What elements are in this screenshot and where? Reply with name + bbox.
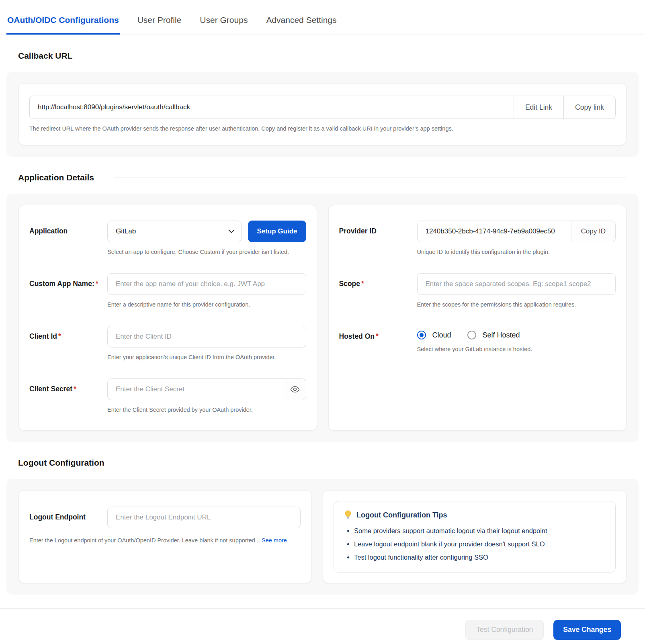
tab-user-profile[interactable]: User Profile: [137, 14, 182, 35]
scope-help-text: Enter the scopes for the permissions thi…: [417, 301, 616, 309]
logout-tips-list: Some providers support automatic logout …: [344, 526, 605, 562]
application-select[interactable]: GitLab: [107, 221, 242, 242]
tab-advanced-settings[interactable]: Advanced Settings: [265, 14, 337, 35]
client-secret-field: Client Secret* Enter the Client Secret p…: [29, 378, 306, 414]
client-secret-input[interactable]: [107, 378, 284, 400]
footer-action-bar: Test Configuration Save Changes: [0, 608, 645, 644]
toggle-secret-visibility-button[interactable]: [284, 378, 306, 400]
radio-self-hosted[interactable]: Self Hosted: [467, 331, 520, 339]
client-id-field: Client Id* Enter your application’s uniq…: [29, 326, 306, 362]
section-divider: [114, 178, 626, 178]
radio-cloud-label: Cloud: [432, 331, 451, 339]
application-label: Application: [29, 221, 107, 256]
logout-tips-title-row: Logout Configuration Tips: [344, 510, 605, 520]
application-details-panel: Application GitLab Setup Guide Select an…: [6, 194, 639, 442]
logout-tip-item: Test logout functionality after configur…: [354, 553, 605, 562]
radio-circle-icon: [417, 331, 426, 339]
custom-app-name-input[interactable]: [107, 273, 306, 295]
scope-input[interactable]: [417, 273, 616, 295]
chevron-down-icon: [228, 229, 235, 233]
tab-user-groups[interactable]: User Groups: [199, 14, 248, 35]
callback-url-section-header: Callback URL: [18, 51, 626, 61]
setup-guide-button[interactable]: Setup Guide: [248, 221, 306, 242]
required-asterisk: *: [376, 332, 379, 340]
callback-url-card: Edit Link Copy link The redirect URL whe…: [18, 83, 627, 145]
section-divider: [92, 56, 626, 56]
edit-link-button[interactable]: Edit Link: [514, 96, 564, 119]
copy-link-button[interactable]: Copy link: [564, 96, 616, 119]
client-id-label: Client Id*: [29, 326, 107, 362]
client-secret-label: Client Secret*: [29, 378, 107, 414]
logout-endpoint-label: Logout Endpoint: [29, 507, 107, 528]
logout-tips-title: Logout Configuration Tips: [356, 511, 447, 519]
callback-url-title: Callback URL: [18, 51, 72, 61]
logout-tip-item: Leave logout endpoint blank if your prov…: [354, 540, 605, 549]
hosted-on-label: Hosted On*: [339, 326, 417, 354]
required-asterisk: *: [361, 280, 364, 288]
required-asterisk: *: [74, 385, 76, 393]
copy-provider-id-button[interactable]: Copy ID: [571, 221, 616, 242]
scope-field: Scope* Enter the scopes for the permissi…: [339, 273, 616, 309]
radio-cloud[interactable]: Cloud: [417, 331, 451, 339]
radio-circle-icon: [467, 331, 476, 339]
callback-url-row: Edit Link Copy link: [29, 96, 616, 119]
tab-bar: OAuth/OIDC Configurations User Profile U…: [0, 0, 645, 35]
radio-self-hosted-label: Self Hosted: [483, 331, 520, 339]
save-changes-button[interactable]: Save Changes: [553, 620, 621, 640]
logout-configuration-panel: Logout Endpoint Enter the Logout endpoin…: [6, 479, 639, 595]
application-select-value: GitLab: [116, 227, 136, 235]
client-id-input[interactable]: [107, 326, 306, 348]
logout-endpoint-card: Logout Endpoint Enter the Logout endpoin…: [18, 490, 311, 583]
logout-endpoint-help-text: Enter the Logout endpoint of your OAuth/…: [29, 536, 301, 545]
custom-app-name-help-text: Enter a descriptive name for this provid…: [107, 301, 306, 309]
hosted-on-help-text: Select where your GitLab instance is hos…: [417, 345, 616, 354]
callback-url-panel: Edit Link Copy link The redirect URL whe…: [6, 72, 639, 157]
callback-url-input[interactable]: [29, 96, 514, 119]
lightbulb-icon: [344, 510, 352, 520]
provider-id-field: Provider ID Copy ID Unique ID to identif…: [339, 221, 616, 256]
required-asterisk: *: [96, 280, 98, 288]
logout-configuration-title: Logout Configuration: [18, 458, 104, 468]
test-configuration-button[interactable]: Test Configuration: [465, 620, 544, 640]
tab-oauth-oidc-configurations[interactable]: OAuth/OIDC Configurations: [6, 14, 120, 35]
hosted-on-radio-group: Cloud Self Hosted: [417, 326, 616, 339]
application-left-card: Application GitLab Setup Guide Select an…: [18, 205, 317, 431]
see-more-link[interactable]: See more: [262, 537, 287, 544]
eye-icon: [290, 386, 300, 393]
provider-id-help-text: Unique ID to identify this configuration…: [417, 248, 616, 256]
application-details-section-header: Application Details: [18, 173, 626, 182]
callback-url-help-text: The redirect URL where the OAuth provide…: [29, 125, 616, 133]
application-field: Application GitLab Setup Guide Select an…: [29, 221, 306, 256]
client-id-help-text: Enter your application’s unique Client I…: [107, 353, 306, 362]
logout-tips-card: Logout Configuration Tips Some providers…: [323, 490, 627, 583]
provider-id-label: Provider ID: [339, 221, 417, 256]
provider-id-value[interactable]: [417, 221, 571, 242]
custom-app-name-field: Custom App Name:* Enter a descriptive na…: [29, 273, 306, 309]
logout-tip-item: Some providers support automatic logout …: [354, 526, 605, 536]
logout-tips-box: Logout Configuration Tips Some providers…: [334, 501, 616, 572]
application-right-card: Provider ID Copy ID Unique ID to identif…: [328, 205, 627, 431]
hosted-on-field: Hosted On* Cloud Self Hosted Select wher: [339, 326, 616, 354]
logout-endpoint-field: Logout Endpoint: [29, 507, 301, 528]
logout-configuration-section-header: Logout Configuration: [18, 458, 626, 468]
scope-label: Scope*: [339, 273, 417, 309]
section-divider: [125, 463, 626, 463]
application-details-title: Application Details: [18, 173, 94, 182]
client-secret-help-text: Enter the Client Secret provided by your…: [107, 406, 306, 414]
logout-endpoint-input[interactable]: [107, 507, 301, 528]
required-asterisk: *: [58, 332, 61, 340]
custom-app-name-label: Custom App Name:*: [29, 273, 107, 309]
application-help-text: Select an app to configure. Choose Custo…: [107, 248, 306, 256]
